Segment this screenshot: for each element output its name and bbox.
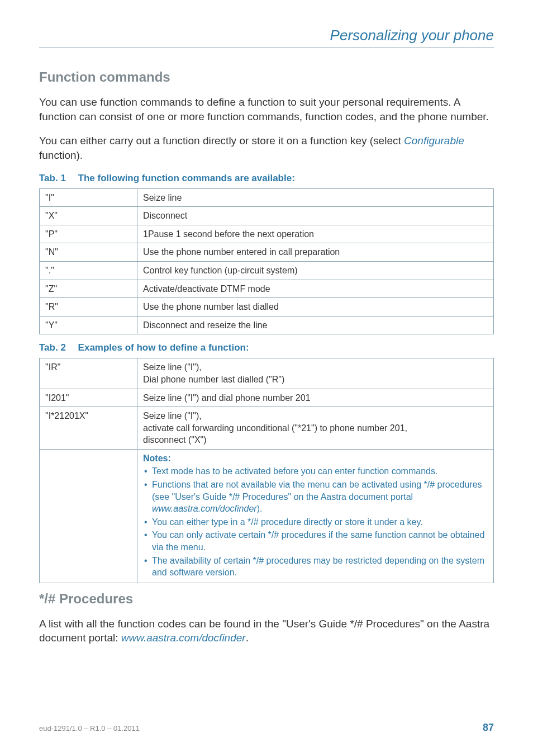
table-row: "." Control key function (up-circuit sys… [40, 261, 494, 280]
function-commands-intro: You can use function commands to define … [39, 95, 494, 124]
cmd-desc: Activate/deactivate DTMF mode [137, 280, 494, 298]
docfinder-link[interactable]: www.aastra.com/docfinder [121, 632, 246, 644]
table-row: "I" Seize line [40, 188, 494, 207]
text-fragment: ). [257, 504, 263, 513]
section-procedures-heading: */# Procedures [39, 591, 494, 607]
cmd-code: "." [40, 261, 137, 280]
example-desc: Seize line ("I") and dial phone number 2… [137, 389, 494, 407]
configurable-term: Configurable [404, 135, 464, 147]
cmd-code: "I" [40, 188, 137, 207]
list-item: The availability of certain */# procedur… [143, 555, 488, 579]
list-item: You can only activate certain */# proced… [143, 529, 488, 553]
page-footer: eud-1291/1.0 – R1.0 – 01.2011 87 [39, 722, 494, 734]
page-number: 87 [483, 722, 494, 734]
cmd-code: "R" [40, 298, 137, 316]
notes-list: Text mode has to be activated before you… [143, 465, 488, 578]
table-function-commands: "I" Seize line "X" Disconnect "P" 1Pause… [39, 188, 494, 335]
doc-id: eud-1291/1.0 – R1.0 – 01.2011 [39, 724, 140, 733]
cmd-code: "Y" [40, 316, 137, 334]
list-item: Functions that are not available via the… [143, 479, 488, 515]
text-fragment: function). [39, 149, 83, 161]
cmd-desc: Use the phone number entered in call pre… [137, 243, 494, 262]
text-fragment: Functions that are not available via the… [152, 480, 482, 502]
header-title: Personalizing your phone [39, 27, 494, 44]
table1-caption: Tab. 1 The following function commands a… [39, 173, 494, 184]
procedures-body: A list with all the function codes can b… [39, 617, 494, 645]
table-row: "Z" Activate/deactivate DTMF mode [40, 280, 494, 298]
example-code: "IR" [40, 358, 137, 389]
text-fragment: A list with all the function codes can b… [39, 618, 489, 644]
table-row: Notes: Text mode has to be activated bef… [40, 449, 494, 583]
docfinder-link[interactable]: www.aastra.com/docfinder [152, 504, 257, 513]
notes-title: Notes: [143, 453, 171, 463]
list-item: You can either type in a */# procedure d… [143, 516, 488, 528]
cmd-desc: Use the phone number last dialled [137, 298, 494, 316]
table-examples: "IR" Seize line ("I"), Dial phone number… [39, 358, 494, 583]
cmd-code: "Z" [40, 280, 137, 298]
cmd-code: "X" [40, 207, 137, 225]
table-row: "I*21201X" Seize line ("I"), activate ca… [40, 407, 494, 450]
text-fragment: You can either carry out a function dire… [39, 135, 404, 147]
function-commands-keynote: You can either carry out a function dire… [39, 134, 494, 162]
cmd-desc: Disconnect and reseize the line [137, 316, 494, 334]
table-row: "Y" Disconnect and reseize the line [40, 316, 494, 334]
notes-cell: Notes: Text mode has to be activated bef… [137, 449, 494, 583]
cmd-code: "N" [40, 243, 137, 262]
table-row: "R" Use the phone number last dialled [40, 298, 494, 316]
table-row: "P" 1Pause 1 second before the next oper… [40, 225, 494, 243]
table-row: "X" Disconnect [40, 207, 494, 225]
list-item: Text mode has to be activated before you… [143, 465, 488, 478]
example-code: "I201" [40, 389, 137, 407]
cmd-desc: Disconnect [137, 207, 494, 225]
table-row: "I201" Seize line ("I") and dial phone n… [40, 389, 494, 407]
cmd-desc: Control key function (up-circuit system) [137, 261, 494, 280]
table-row: "IR" Seize line ("I"), Dial phone number… [40, 358, 494, 389]
table-row: "N" Use the phone number entered in call… [40, 243, 494, 262]
table2-caption: Tab. 2 Examples of how to define a funct… [39, 342, 494, 353]
example-code: "I*21201X" [40, 407, 137, 450]
empty-cell [40, 449, 137, 583]
cmd-code: "P" [40, 225, 137, 243]
cmd-desc: 1Pause 1 second before the next operatio… [137, 225, 494, 243]
section-function-commands-heading: Function commands [39, 69, 494, 85]
cmd-desc: Seize line [137, 188, 494, 207]
text-fragment: . [246, 632, 249, 644]
example-desc: Seize line ("I"), activate call forwardi… [137, 407, 494, 450]
example-desc: Seize line ("I"), Dial phone number last… [137, 358, 494, 389]
page-header: Personalizing your phone [39, 27, 494, 48]
